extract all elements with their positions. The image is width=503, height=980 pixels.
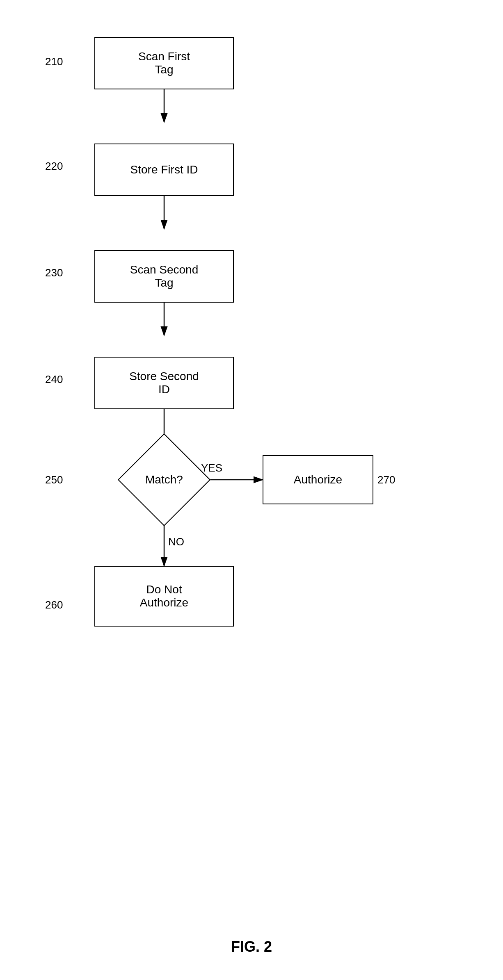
box-220: Store First ID <box>94 144 234 196</box>
diagram-container: YES NO 210 Scan First Tag 220 Store Firs… <box>21 16 472 918</box>
box-240-text: Store Second ID <box>129 370 199 396</box>
box-220-text: Store First ID <box>130 163 198 176</box>
diamond-250-shape: Match? <box>118 433 210 526</box>
box-230-text: Scan Second Tag <box>130 263 199 289</box>
box-270: Authorize <box>263 455 373 504</box>
step-label-240: 240 <box>45 373 63 386</box>
step-label-210: 210 <box>45 55 63 68</box>
diamond-250: Match? <box>90 447 238 513</box>
step-label-250: 250 <box>45 474 63 486</box>
box-210-text: Scan First Tag <box>138 50 190 76</box>
step-label-270: 270 <box>377 474 395 486</box>
box-260: Do Not Authorize <box>94 566 234 627</box>
box-230: Scan Second Tag <box>94 250 234 303</box>
box-260-text: Do Not Authorize <box>140 583 188 609</box>
step-label-230: 230 <box>45 267 63 279</box>
no-label: NO <box>168 536 184 548</box>
box-210: Scan First Tag <box>94 37 234 89</box>
step-label-260: 260 <box>45 599 63 611</box>
diamond-250-text: Match? <box>145 473 183 486</box>
step-label-220: 220 <box>45 160 63 173</box>
box-240: Store Second ID <box>94 357 234 409</box>
figure-caption: FIG. 2 <box>231 938 272 955</box>
arrows-svg: YES NO <box>21 16 472 918</box>
box-270-text: Authorize <box>294 473 342 486</box>
